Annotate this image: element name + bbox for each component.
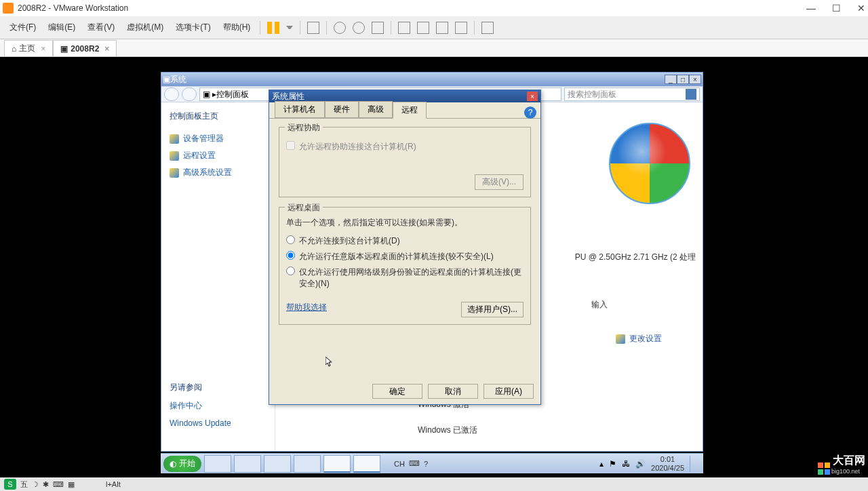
dropdown-icon[interactable]	[286, 26, 293, 29]
shield-icon	[170, 134, 179, 144]
menu-vm[interactable]: 虚拟机(M)	[121, 19, 169, 36]
watermark-name: 大百网	[833, 454, 865, 468]
show-desktop[interactable]	[690, 456, 695, 472]
remote-settings-link[interactable]: 远程设置	[170, 150, 267, 161]
menu-view[interactable]: 查看(V)	[82, 19, 120, 36]
radio-input[interactable]	[286, 235, 295, 244]
taskbar-item-control-panel[interactable]	[323, 455, 351, 473]
ime-indicator[interactable]: CH ⌨ ?	[394, 459, 428, 468]
rd-legend: 远程桌面	[285, 202, 323, 214]
grid-sm-icon[interactable]: ▦	[68, 480, 75, 489]
tab-vm[interactable]: ▣ 2008R2 ×	[53, 40, 117, 56]
input-label: 输入	[591, 299, 608, 311]
sogou-icon[interactable]: S	[4, 479, 16, 490]
system-window-titlebar[interactable]: ▣ 系统 _ □ ×	[161, 73, 703, 86]
moon-icon[interactable]: ☽	[32, 480, 39, 489]
close-button[interactable]: ✕	[857, 3, 865, 14]
send-keys-icon[interactable]	[307, 22, 319, 34]
vmware-icon	[3, 3, 14, 14]
advanced-settings-link[interactable]: 高级系统设置	[170, 167, 267, 178]
start-button[interactable]: ◐ 开始	[163, 456, 201, 472]
keyboard-icon: ⌨	[409, 459, 420, 468]
taskbar-item-explorer[interactable]	[264, 455, 291, 473]
ok-button[interactable]: 确定	[372, 384, 422, 399]
radio-input[interactable]	[286, 251, 295, 260]
taskbar-item-powershell[interactable]	[234, 455, 261, 473]
snapshot-mgr-icon[interactable]	[353, 22, 365, 34]
allow-remote-assist-checkbox[interactable]: 允许远程协助连接这台计算机(R)	[286, 141, 524, 153]
shield-icon	[170, 168, 179, 178]
apply-button[interactable]: 应用(A)	[484, 384, 534, 399]
tab-hardware[interactable]: 硬件	[325, 101, 359, 118]
rd-option-deny[interactable]: 不允许连接到这台计算机(D)	[286, 235, 524, 247]
search-icon[interactable]	[686, 89, 696, 100]
change-settings-link[interactable]: 更改设置	[616, 333, 662, 345]
taskbar-item-system[interactable]	[353, 455, 380, 473]
forward-button[interactable]	[182, 87, 197, 101]
windows-update-link[interactable]: Windows Update	[170, 418, 267, 428]
taskbar-item-server-mgr[interactable]	[204, 455, 231, 473]
guest-taskbar: ◐ 开始 CH ⌨ ? ▴ ⚑ 🖧 🔊 0:01 2020/4/25	[161, 453, 703, 473]
rd-option-nla[interactable]: 仅允许运行使用网络级别身份验证的远程桌面的计算机连接(更安全)(N)	[286, 267, 524, 290]
left-pane: 控制面板主页 设备管理器 远程设置 高级系统设置 另请参阅 操作中心 Windo…	[161, 102, 275, 451]
minimize-button[interactable]: —	[806, 3, 816, 14]
checkbox-input	[286, 141, 295, 150]
rd-help-link[interactable]: 帮助我选择	[286, 302, 327, 312]
tray-chevron-icon[interactable]: ▴	[599, 459, 604, 469]
tab-remote[interactable]: 远程	[393, 102, 427, 119]
back-button[interactable]	[164, 87, 179, 101]
dialog-close-icon[interactable]: ×	[527, 92, 538, 101]
view-icon-3[interactable]	[436, 22, 448, 34]
ra-advanced-button[interactable]: 高级(V)...	[475, 174, 524, 190]
view-icon-1[interactable]	[398, 22, 410, 34]
clock[interactable]: 0:01 2020/4/25	[651, 455, 684, 471]
tray-flag-icon[interactable]: ⚑	[609, 459, 616, 469]
start-label: 开始	[179, 458, 195, 469]
close-tab-icon[interactable]: ×	[104, 44, 109, 54]
host-hint: l+Alt	[106, 480, 121, 488]
system-tray: ▴ ⚑ 🖧 🔊 0:01 2020/4/25	[594, 455, 701, 471]
menu-edit[interactable]: 编辑(E)	[43, 19, 81, 36]
device-manager-link[interactable]: 设备管理器	[170, 133, 267, 144]
host-os-strip: S 五 ☽ ✱ ⌨ ▦ l+Alt	[0, 477, 868, 491]
tray-volume-icon[interactable]: 🔊	[635, 459, 646, 469]
vm-icon: ▣	[60, 44, 68, 54]
action-center-link[interactable]: 操作中心	[170, 400, 267, 412]
cancel-button[interactable]: 取消	[428, 384, 478, 399]
help-icon[interactable]: ?	[524, 106, 536, 119]
rd-option-any[interactable]: 允许运行任意版本远程桌面的计算机连接(较不安全)(L)	[286, 251, 524, 262]
radio-label: 不允许连接到这台计算机(D)	[299, 235, 400, 247]
close-icon[interactable]: ×	[689, 75, 701, 84]
close-tab-icon[interactable]: ×	[41, 44, 45, 54]
minimize-icon[interactable]: _	[665, 75, 677, 84]
dialog-title: 系统属性	[272, 91, 304, 102]
tab-home[interactable]: ⌂ 主页 ×	[4, 40, 53, 56]
search-box[interactable]: 搜索控制面板	[564, 87, 700, 101]
search-placeholder: 搜索控制面板	[568, 89, 616, 100]
watermark: 大百网 big100.net	[818, 454, 865, 475]
revert-icon[interactable]	[372, 22, 384, 34]
settings-sm-icon[interactable]: ✱	[43, 480, 49, 489]
taskbar-item-chrome[interactable]	[294, 455, 321, 473]
ime-lang: CH	[394, 460, 405, 468]
menu-tabs[interactable]: 选项卡(T)	[170, 19, 216, 36]
radio-input[interactable]	[286, 267, 295, 275]
tray-network-icon[interactable]: 🖧	[622, 459, 630, 469]
tab-advanced[interactable]: 高级	[359, 101, 393, 118]
shield-icon	[616, 334, 625, 344]
maximize-icon[interactable]: □	[677, 75, 689, 84]
view-icon-2[interactable]	[417, 22, 429, 34]
keyboard-sm-icon[interactable]: ⌨	[53, 480, 64, 489]
maximize-button[interactable]: ☐	[832, 3, 841, 14]
fullscreen-icon[interactable]	[455, 22, 467, 34]
pause-icon[interactable]	[267, 22, 279, 34]
tab-computer-name[interactable]: 计算机名	[275, 101, 325, 118]
snapshot-icon[interactable]	[334, 22, 346, 34]
wubi-label[interactable]: 五	[20, 479, 28, 490]
menu-help[interactable]: 帮助(H)	[218, 19, 256, 36]
system-icon: ▣	[163, 75, 170, 84]
control-panel-home[interactable]: 控制面板主页	[170, 111, 267, 122]
unity-icon[interactable]	[481, 22, 494, 34]
menu-file[interactable]: 文件(F)	[4, 19, 41, 36]
select-users-button[interactable]: 选择用户(S)...	[461, 302, 524, 317]
